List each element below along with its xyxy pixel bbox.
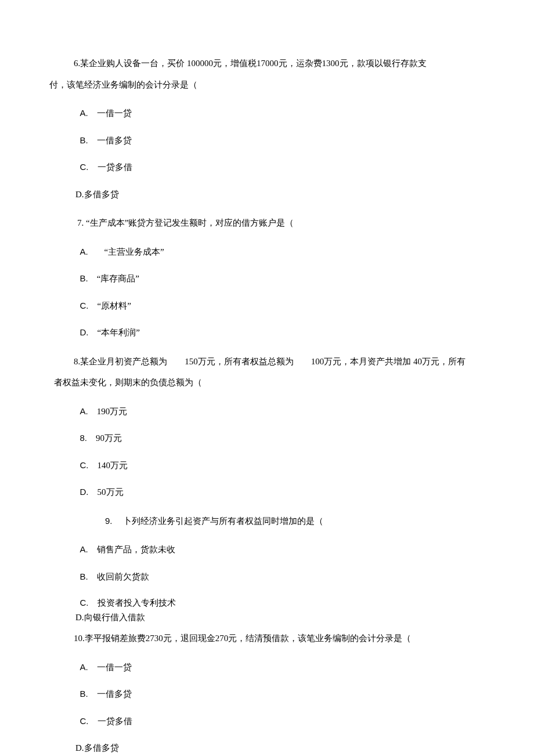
q6-option-a: A.一借一贷 <box>80 102 485 125</box>
q8-c-text: 140万元 <box>98 461 128 470</box>
q8-stem-1a: 8.某企业月初资产总额为 <box>74 357 167 366</box>
q8-option-d: D.50万元 <box>80 480 485 504</box>
label-c: C. <box>80 596 89 610</box>
label-b: B. <box>80 682 88 706</box>
label-a: A. <box>80 538 88 562</box>
q6-option-d: D.多借多贷 <box>75 183 485 207</box>
q7-c-text: “原材料” <box>98 301 131 310</box>
q9-a-text: 销售产品，货款未收 <box>97 545 175 554</box>
label-d: D. <box>80 321 89 345</box>
q9-option-c: C.投资者投入专利技术 <box>80 596 485 610</box>
q10-a-text: 一借一贷 <box>97 663 132 672</box>
q6-b-text: 一借多贷 <box>97 136 132 145</box>
q9-stem: 9.卜列经济业务引起资产与所有者权益同时增加的是（ <box>49 508 485 535</box>
label-a: A. <box>80 240 88 264</box>
q9-option-a: A.销售产品，货款未收 <box>80 538 485 562</box>
q7-stem: 7. “生产成本”账贷方登记发生额时，对应的借方账户是（ <box>49 209 485 237</box>
question-6: 6.某企业购人设备一台，买价 100000元，增值税17000元，运杂费1300… <box>49 50 485 206</box>
q8-option-c: C.140万元 <box>80 454 485 478</box>
q10-d-text: D.多借多贷 <box>75 743 119 753</box>
q10-option-b: B.一借多贷 <box>80 682 485 706</box>
q8-option-a: A.190万元 <box>80 400 485 424</box>
question-10: 10.李平报销差旅费2730元，退回现金270元，结清预借款，该笔业务编制的会计… <box>49 625 485 756</box>
q9-label: 9. <box>77 508 113 535</box>
q8-stem-1c: 100万元，本月资产共增加 40万元，所有 <box>311 357 466 366</box>
label-c: C. <box>80 710 89 733</box>
label-d: D. <box>80 480 89 504</box>
q6-option-c: C.一贷多借 <box>80 155 485 179</box>
q6-option-b: B.一借多贷 <box>80 129 485 153</box>
label-b: B. <box>80 129 88 153</box>
q8-option-b: 8.90万元 <box>80 426 485 450</box>
q6-c-text: 一贷多借 <box>98 162 132 172</box>
q7-b-text: “库存商品” <box>97 274 139 283</box>
q8-a-text: 190万元 <box>97 407 128 416</box>
q8-b-text: 90万元 <box>96 433 122 443</box>
q6-d-text: D.多借多贷 <box>75 190 119 199</box>
q9-option-b: B.收回前欠货款 <box>80 565 485 589</box>
q8-stem-1b: 150万元，所有者权益总额为 <box>185 357 294 366</box>
q7-option-d: D.“本年利润” <box>80 321 485 345</box>
q7-d-text: “本年利润” <box>98 328 140 337</box>
label-a: A. <box>80 102 88 125</box>
q9-option-d: D.向银行借入借款 <box>75 611 485 624</box>
q10-c-text: 一贷多借 <box>98 717 132 726</box>
label-8b: 8. <box>80 426 88 450</box>
q10-stem: 10.李平报销差旅费2730元，退回现金270元，结清预借款，该笔业务编制的会计… <box>49 625 485 652</box>
q8-d-text: 50万元 <box>98 487 124 497</box>
q7-option-b: B.“库存商品” <box>80 267 485 291</box>
q7-option-a: A. “主营业务成本” <box>80 240 485 264</box>
label-a: A. <box>80 656 88 679</box>
q10-option-c: C.一贷多借 <box>80 710 485 733</box>
q9-c-text: 投资者投入专利技术 <box>98 598 176 607</box>
q9-b-text: 收回前欠货款 <box>97 572 149 581</box>
label-b: B. <box>80 267 88 291</box>
label-a: A. <box>80 400 88 424</box>
question-7: 7. “生产成本”账贷方登记发生额时，对应的借方账户是（ A. “主营业务成本”… <box>49 209 485 345</box>
label-b: B. <box>80 565 88 589</box>
label-c: C. <box>80 294 89 318</box>
q7-a-text: “主营业务成本” <box>102 247 164 256</box>
q10-b-text: 一借多贷 <box>97 689 132 699</box>
q10-option-d: D.多借多贷 <box>75 736 485 756</box>
question-9: 9.卜列经济业务引起资产与所有者权益同时增加的是（ A.销售产品，货款未收 B.… <box>49 508 485 624</box>
q10-option-a: A.一借一贷 <box>80 656 485 679</box>
q7-option-c: C.“原材料” <box>80 294 485 318</box>
q9-d-text: D.向银行借入借款 <box>75 613 145 622</box>
question-8: 8.某企业月初资产总额为150万元，所有者权益总额为100万元，本月资产共增加 … <box>49 348 485 504</box>
q9-stem-text: 卜列经济业务引起资产与所有者权益同时增加的是（ <box>123 516 323 526</box>
label-c: C. <box>80 155 89 179</box>
label-c: C. <box>80 454 89 478</box>
q6-a-text: 一借一贷 <box>97 108 132 118</box>
